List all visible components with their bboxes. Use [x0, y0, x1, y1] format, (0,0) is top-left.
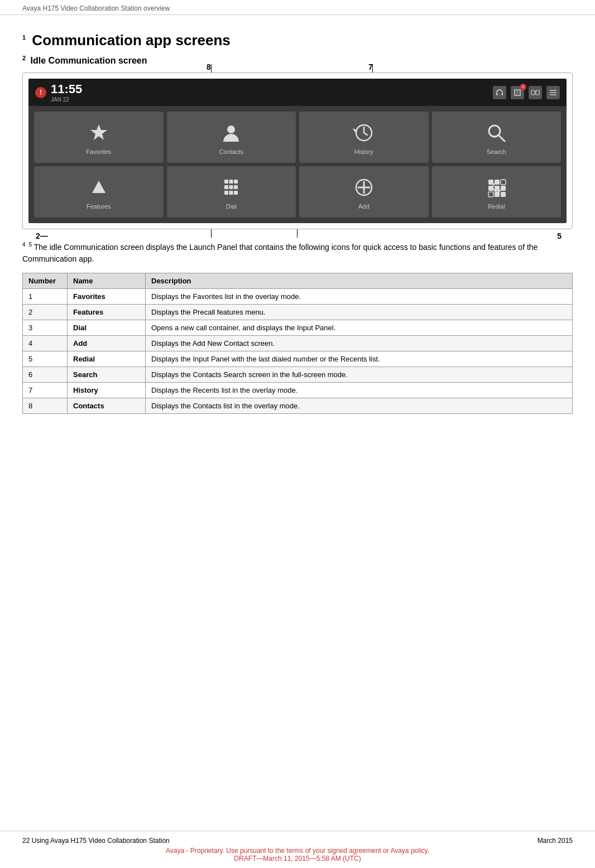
status-bar-left: ! 11:55 JAN 22 [35, 82, 82, 103]
info-table: Number Name Description 1FavoritesDispla… [22, 273, 573, 414]
svg-rect-3 [536, 90, 539, 95]
svg-rect-19 [488, 180, 493, 185]
app-grid: Favorites Contacts [28, 106, 567, 223]
headset-icon [493, 86, 506, 99]
table-row: 4AddDisplays the Add New Contact screen. [23, 335, 573, 351]
cell-number: 4 [23, 335, 68, 351]
tile-favorites[interactable]: Favorites [34, 112, 164, 163]
status-bar-right: 2 [493, 86, 560, 99]
page-content: Communication app screens Idle Communica… [0, 15, 595, 447]
call-history-icon: 2 [511, 86, 524, 99]
cell-name: Add [68, 335, 146, 351]
page-header: Avaya H175 Video Collaboration Station o… [0, 0, 595, 15]
cell-description: Displays the Contacts list in the overla… [146, 398, 573, 413]
footer-top: 22 Using Avaya H175 Video Collaboration … [22, 837, 573, 845]
cell-name: History [68, 382, 146, 398]
menu-icon [546, 86, 560, 99]
tile-history-label: History [354, 148, 373, 155]
cell-name: Features [68, 304, 146, 320]
description-text: 4 5 The idle Communication screen displa… [22, 240, 573, 265]
device-diagram: 1— 2— 3 4 5 6 7 8 ! 11:55 JAN 22 [22, 73, 573, 229]
svg-rect-26 [495, 192, 500, 197]
desc-sup-5: 5 [28, 242, 32, 248]
table-row: 6SearchDisplays the Contacts Search scre… [23, 367, 573, 382]
cell-number: 8 [23, 398, 68, 413]
tile-redial[interactable]: Redial [432, 166, 562, 218]
svg-rect-13 [229, 185, 233, 189]
transfer-icon [529, 86, 542, 99]
table-row: 5RedialDisplays the Input Panel with the… [23, 351, 573, 367]
svg-point-5 [227, 126, 235, 133]
tile-favorites-label: Favorites [86, 148, 111, 155]
table-row: 1FavoritesDisplays the Favorites list in… [23, 288, 573, 304]
h1-text: Communication app screens [32, 32, 230, 49]
svg-rect-1 [502, 93, 503, 95]
desc-body: The idle Communication screen displays t… [22, 243, 538, 263]
svg-rect-23 [495, 186, 500, 191]
svg-rect-27 [501, 192, 506, 197]
cell-description: Displays the Recents list in the overlay… [146, 382, 573, 398]
tile-search[interactable]: Search [432, 112, 562, 163]
col-number: Number [23, 273, 68, 288]
status-bar: ! 11:55 JAN 22 [28, 79, 567, 106]
svg-rect-0 [496, 93, 498, 95]
heading-1: Communication app screens [22, 32, 573, 49]
table-row: 3DialOpens a new call container, and dis… [23, 320, 573, 335]
table-row: 2FeaturesDisplays the Precall features m… [23, 304, 573, 320]
cell-number: 2 [23, 304, 68, 320]
tile-features-label: Features [87, 203, 111, 210]
device-screen: ! 11:55 JAN 22 [28, 79, 567, 223]
cell-description: Displays the Input Panel with the last d… [146, 351, 573, 367]
cell-description: Displays the Favorites list in the overl… [146, 288, 573, 304]
svg-rect-2 [531, 90, 535, 95]
svg-rect-9 [224, 180, 228, 184]
footer-draft-date: DRAFT—March 11, 2015—5:58 AM (UTC) [22, 855, 573, 862]
col-name: Name [68, 273, 146, 288]
footer-left: 22 Using Avaya H175 Video Collaboration … [22, 837, 170, 845]
svg-rect-10 [229, 180, 233, 184]
tile-add[interactable]: Add [299, 166, 429, 218]
desc-sup-4: 4 [22, 242, 26, 248]
svg-rect-12 [224, 185, 228, 189]
svg-rect-15 [224, 191, 228, 195]
header-title: Avaya H175 Video Collaboration Station o… [22, 4, 170, 12]
footer-bottom: Avaya - Proprietary. Use pursuant to the… [22, 847, 573, 862]
callout-8: 8 [207, 62, 211, 71]
cell-name: Search [68, 367, 146, 382]
tile-redial-label: Redial [488, 203, 505, 210]
clock-time: 11:55 [51, 82, 82, 97]
h2-text: Idle Communication screen [31, 56, 147, 65]
svg-rect-16 [229, 191, 233, 195]
cell-description: Opens a new call container, and displays… [146, 320, 573, 335]
svg-rect-14 [234, 185, 238, 189]
cell-number: 5 [23, 351, 68, 367]
footer-right: March 2015 [538, 837, 573, 845]
cell-number: 3 [23, 320, 68, 335]
callout-5: 5 [557, 232, 562, 240]
tile-dial[interactable]: Dial [167, 166, 296, 218]
cell-name: Contacts [68, 398, 146, 413]
svg-marker-8 [92, 181, 105, 193]
tile-history[interactable]: History [299, 112, 429, 163]
cell-number: 7 [23, 382, 68, 398]
footer-draft-line: Avaya - Proprietary. Use pursuant to the… [22, 847, 573, 855]
clock-date: JAN 22 [51, 97, 82, 103]
notification-badge: 2 [520, 84, 526, 90]
heading-2: Idle Communication screen [22, 55, 573, 66]
cell-description: Displays the Precall features menu. [146, 304, 573, 320]
tile-add-label: Add [358, 203, 370, 210]
callout-2: 2— [36, 232, 48, 240]
page-footer: 22 Using Avaya H175 Video Collaboration … [0, 831, 595, 868]
tile-dial-label: Dial [226, 203, 237, 210]
cell-name: Favorites [68, 288, 146, 304]
cell-description: Displays the Contacts Search screen in t… [146, 367, 573, 382]
cell-description: Displays the Add New Contact screen. [146, 335, 573, 351]
table-row: 8ContactsDisplays the Contacts list in t… [23, 398, 573, 413]
status-bar-time-group: 11:55 JAN 22 [51, 82, 82, 103]
tile-features[interactable]: Features [34, 166, 164, 218]
col-description: Description [146, 273, 573, 288]
tile-contacts-label: Contacts [219, 148, 243, 155]
table-row: 7HistoryDisplays the Recents list in the… [23, 382, 573, 398]
tile-contacts[interactable]: Contacts [167, 112, 296, 163]
svg-rect-11 [234, 180, 238, 184]
